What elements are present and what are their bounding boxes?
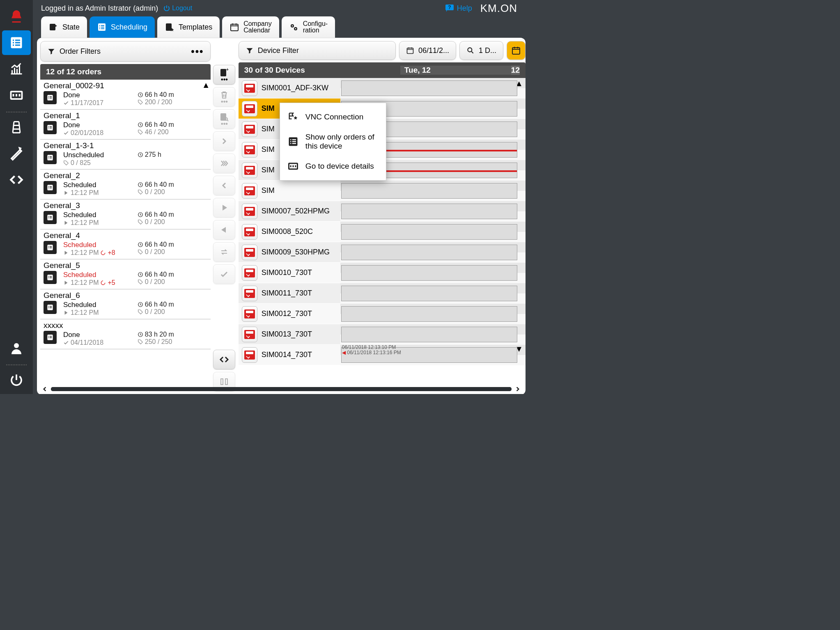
order-item[interactable]: General_1 Done 02/01/2018 66 h 40 m 46 /… (40, 110, 211, 140)
gantt-row[interactable] (340, 201, 526, 222)
device-row[interactable]: SIM0011_730T (239, 283, 340, 304)
svg-rect-3 (13, 42, 14, 44)
svg-rect-50 (48, 216, 49, 217)
gantt-bar[interactable] (341, 286, 517, 301)
device-icon (242, 163, 257, 178)
order-item[interactable]: General_1-3-1 Unscheduled 0 / 825 275 h (40, 140, 211, 170)
orders-header: 12 of 12 orders (40, 64, 211, 80)
tab-state[interactable]: State (41, 16, 87, 38)
svg-rect-17 (99, 28, 100, 29)
menu-device-details[interactable]: Go to device details (280, 156, 386, 177)
gantt-row[interactable] (340, 222, 526, 242)
logout-link[interactable]: Logout (163, 5, 192, 12)
gantt-row[interactable] (340, 324, 526, 345)
alarm-icon[interactable] (2, 4, 31, 29)
order-item[interactable]: General_5 Scheduled 12:12 PM +5 66 h 40 … (40, 259, 211, 289)
gantt-row[interactable] (340, 242, 526, 263)
svg-rect-39 (50, 156, 52, 157)
delete-button[interactable]: ••• (213, 87, 235, 107)
fast-forward-button[interactable] (213, 153, 235, 173)
gantt-bar[interactable] (341, 265, 517, 281)
gantt-bar[interactable] (341, 327, 517, 342)
nav-code[interactable] (2, 167, 31, 192)
device-icon (242, 204, 257, 219)
nav-tools[interactable] (2, 141, 31, 166)
gantt-bar[interactable] (341, 80, 517, 96)
order-item[interactable]: General_2 Scheduled 12:12 PM 66 h 40 m 0… (40, 170, 211, 199)
svg-rect-34 (48, 128, 49, 128)
device-row[interactable]: SIM0001_ADF-3KW (239, 78, 340, 99)
gantt-bar[interactable] (341, 306, 517, 322)
svg-rect-83 (221, 379, 223, 385)
order-item[interactable]: General_4 Scheduled 12:12 PM +8 66 h 40 … (40, 229, 211, 259)
tab-templates[interactable]: Templates (157, 16, 220, 38)
order-item[interactable]: General_6 Scheduled 12:12 PM 66 h 40 m 0… (40, 289, 211, 319)
svg-rect-85 (407, 48, 413, 53)
calendar-quick-button[interactable] (507, 41, 526, 60)
order-list[interactable]: ▲ General_0002-91 Done 11/17/2017 66 h 4… (40, 80, 211, 349)
gantt-row[interactable] (340, 263, 526, 283)
svg-rect-35 (50, 128, 52, 128)
tab-scheduling[interactable]: Scheduling (90, 16, 155, 38)
range-button[interactable]: 1 D... (459, 41, 503, 60)
nav-scheduling[interactable] (2, 30, 31, 55)
svg-rect-45 (50, 186, 52, 187)
menu-show-device-orders[interactable]: Show only orders of this device (280, 128, 386, 156)
date-picker-button[interactable]: 06/11/2... (399, 41, 456, 60)
play-reverse-button[interactable] (213, 220, 235, 240)
nav-analytics[interactable] (2, 57, 31, 81)
scroll-up-icon[interactable]: ▲ (202, 80, 210, 90)
add-button[interactable]: +••• (213, 65, 235, 85)
expand-button[interactable] (213, 350, 235, 369)
gantt-row[interactable] (340, 181, 526, 201)
nav-power[interactable] (2, 368, 31, 392)
svg-rect-18 (101, 28, 104, 29)
device-filter-button[interactable]: Device Filter (239, 41, 396, 60)
brand-logo: KM.ON (480, 2, 517, 15)
svg-rect-68 (48, 306, 49, 307)
device-row[interactable]: SIM0010_730T (239, 263, 340, 283)
device-row[interactable]: SIM0014_730T (239, 345, 340, 365)
help-link[interactable]: ? Help (445, 3, 472, 13)
order-item[interactable]: General_3 Scheduled 12:12 PM 66 h 40 m 0… (40, 199, 211, 229)
order-item[interactable]: xxxxx Done 04/11/2018 83 h 20 m 250 / 25… (40, 319, 211, 349)
svg-rect-1 (13, 40, 14, 41)
step-left-button[interactable] (213, 176, 235, 195)
menu-vnc-connection[interactable]: VNC Connection (280, 106, 386, 128)
svg-rect-16 (101, 27, 104, 27)
svg-rect-57 (50, 246, 52, 247)
order-item[interactable]: General_0002-91 Done 11/17/2017 66 h 40 … (40, 80, 211, 110)
gantt-row[interactable] (340, 304, 526, 324)
device-row[interactable]: SIM0012_730T (239, 304, 340, 324)
play-button[interactable] (213, 198, 235, 218)
svg-rect-38 (48, 156, 49, 157)
tab-configuration[interactable]: Configu-ration (282, 16, 335, 38)
gantt-bar[interactable] (341, 204, 517, 219)
device-row[interactable]: SIM0009_530HPMG (239, 242, 340, 263)
confirm-button[interactable] (213, 264, 235, 284)
gantt-bar[interactable] (341, 224, 517, 240)
order-filters-button[interactable]: Order Filters ••• (40, 41, 211, 62)
swap-button[interactable] (213, 242, 235, 262)
svg-rect-28 (48, 98, 49, 99)
nav-devices[interactable] (2, 83, 31, 108)
step-right-button[interactable] (213, 131, 235, 151)
gantt-bar[interactable] (341, 245, 517, 260)
sidebar (0, 0, 33, 394)
action-column: +••• ••• ••• (213, 41, 236, 392)
tab-company-calendar[interactable]: CompanyCalendar (222, 16, 279, 38)
svg-rect-58 (48, 247, 49, 248)
gantt-bar[interactable] (341, 183, 517, 199)
device-row[interactable]: SIM0013_730T (239, 324, 340, 345)
device-row[interactable]: SIM0007_502HPMG (239, 201, 340, 222)
device-row[interactable]: SIM (239, 181, 340, 201)
gantt-row[interactable] (340, 283, 526, 304)
gantt-row[interactable] (340, 78, 526, 99)
svg-rect-2 (15, 40, 20, 41)
nav-yarn[interactable] (2, 115, 31, 140)
inspect-button[interactable]: ••• (213, 109, 235, 129)
nav-user[interactable] (2, 336, 31, 360)
gantt-hscroll[interactable] (41, 384, 521, 394)
device-icon (242, 121, 257, 137)
device-row[interactable]: SIM0008_520C (239, 222, 340, 242)
